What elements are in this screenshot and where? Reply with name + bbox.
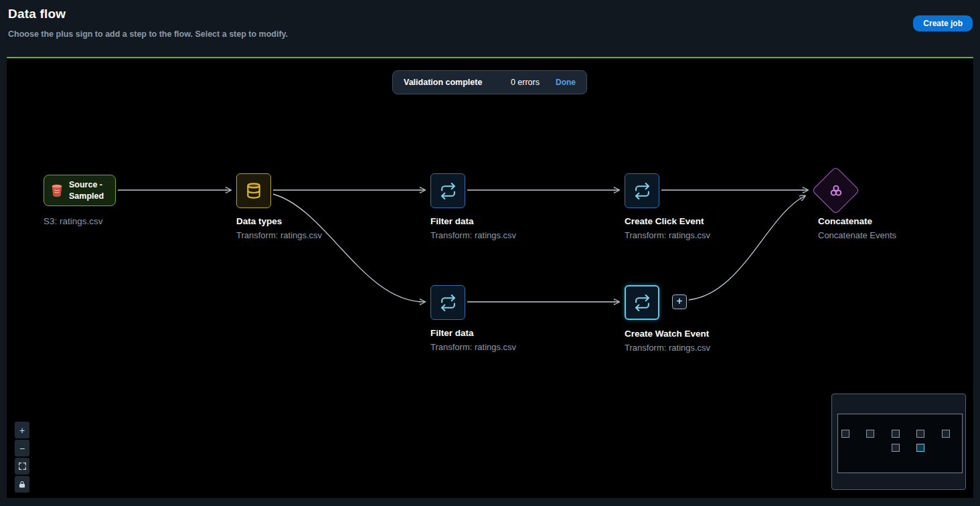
node-data-types[interactable] [236, 173, 271, 208]
lock-icon [18, 481, 26, 489]
flow-edge [689, 196, 805, 300]
node-title: Filter data [430, 216, 516, 226]
node-title: Concatenate [818, 216, 896, 226]
node-source[interactable]: Source - Sampled [44, 175, 116, 206]
validation-toast: Validation complete 0 errors Done [392, 70, 587, 94]
transform-cycle-icon [440, 183, 457, 199]
node-create-click-event[interactable] [625, 173, 659, 208]
source-node-label: Source - Sampled [69, 179, 110, 201]
fit-view-button[interactable] [15, 458, 29, 475]
node-filter-data-bottom[interactable] [430, 285, 465, 320]
minimap-node [892, 430, 900, 438]
flow-canvas[interactable]: Validation complete 0 errors Done Source… [7, 57, 973, 498]
minimap-node [942, 430, 950, 438]
node-subtitle: Transform: ratings.csv [430, 230, 516, 240]
data-types-caption: Data types Transform: ratings.csv [236, 216, 322, 240]
header: Data flow Choose the plus sign to add a … [0, 0, 980, 57]
minimap-node [841, 430, 849, 438]
minimap-node [916, 430, 924, 438]
flow-edges [7, 58, 973, 498]
node-subtitle: Transform: ratings.csv [430, 342, 516, 352]
zoom-controls: + − [15, 422, 29, 493]
create-job-button[interactable]: Create job [913, 15, 973, 31]
filter-top-caption: Filter data Transform: ratings.csv [430, 216, 516, 240]
page-title: Data flow [8, 7, 972, 21]
fit-view-icon [18, 462, 27, 471]
concatenate-caption: Concatenate Concatenate Events [818, 216, 896, 240]
node-title: Create Watch Event [625, 329, 710, 339]
source-caption-text: S3: ratings.csv [44, 216, 103, 226]
add-step-button[interactable]: + [672, 294, 687, 309]
node-subtitle: Transform: ratings.csv [625, 343, 710, 353]
validation-message: Validation complete [404, 78, 482, 87]
flow-edge [273, 194, 424, 302]
node-title: Data types [236, 216, 322, 226]
database-icon [245, 182, 262, 199]
validation-error-count: 0 errors [511, 78, 540, 87]
node-subtitle: Transform: ratings.csv [625, 230, 710, 240]
watch-event-caption: Create Watch Event Transform: ratings.cs… [625, 329, 710, 353]
minimap-viewport[interactable] [837, 414, 963, 473]
node-title: Create Click Event [625, 216, 710, 226]
node-filter-data-top[interactable] [430, 173, 465, 208]
source-caption: S3: ratings.csv [44, 216, 103, 226]
click-event-caption: Create Click Event Transform: ratings.cs… [625, 216, 710, 240]
minimap-node [892, 444, 900, 452]
validation-done-link[interactable]: Done [556, 78, 576, 87]
node-subtitle: Transform: ratings.csv [236, 230, 322, 240]
s3-bucket-icon [50, 183, 64, 198]
transform-cycle-icon [634, 294, 651, 311]
minimap-node [866, 430, 874, 438]
node-subtitle: Concatenate Events [818, 230, 896, 240]
transform-cycle-icon [634, 183, 651, 199]
minimap[interactable] [831, 394, 966, 490]
filter-bottom-caption: Filter data Transform: ratings.csv [430, 328, 516, 352]
minimap-node-selected [916, 444, 924, 452]
node-create-watch-event[interactable] [625, 285, 659, 320]
zoom-in-button[interactable]: + [15, 422, 29, 438]
transform-cycle-icon [440, 294, 457, 311]
page-subtitle: Choose the plus sign to add a step to th… [8, 29, 972, 39]
node-title: Filter data [430, 328, 516, 338]
lock-button[interactable] [15, 476, 29, 493]
zoom-out-button[interactable]: − [15, 440, 29, 456]
